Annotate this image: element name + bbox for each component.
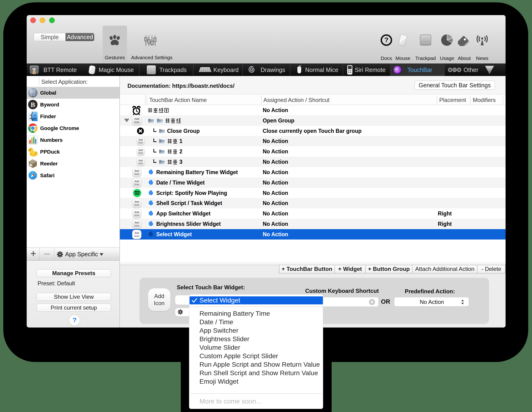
svg-text:B: B bbox=[31, 101, 35, 108]
svg-text:?: ? bbox=[73, 317, 77, 324]
svg-text:?: ? bbox=[384, 36, 389, 44]
